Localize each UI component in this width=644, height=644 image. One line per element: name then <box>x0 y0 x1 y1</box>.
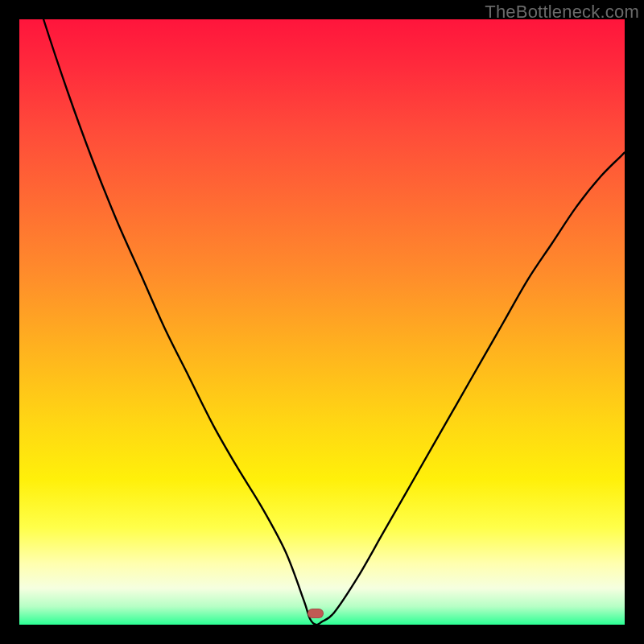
bottleneck-curve <box>19 19 625 625</box>
plot-area <box>19 19 625 625</box>
chart-frame: TheBottleneck.com <box>0 0 644 644</box>
optimum-marker <box>308 609 324 618</box>
